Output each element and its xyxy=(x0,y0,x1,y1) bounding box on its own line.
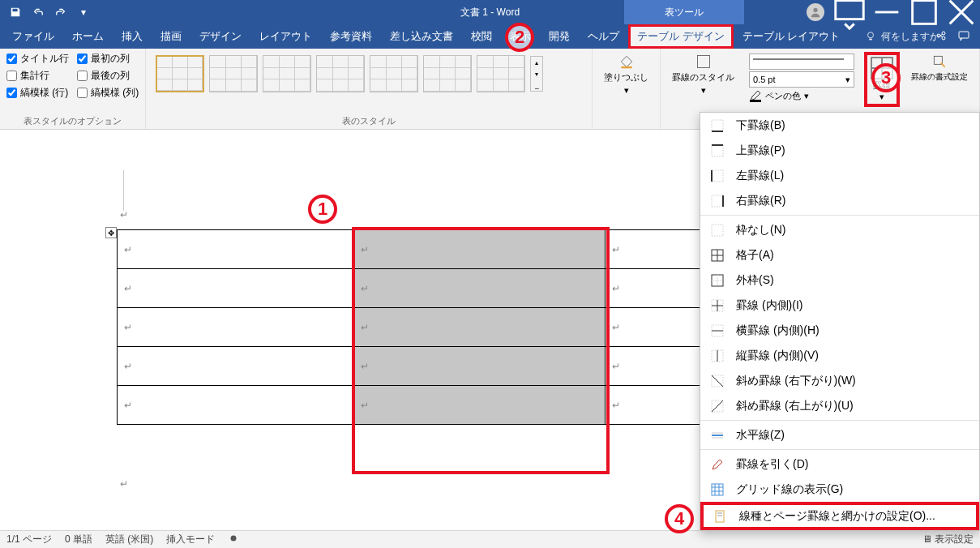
chk-banded-cols[interactable]: 縞模様 (列) xyxy=(77,86,139,100)
status-page[interactable]: 1/1 ページ xyxy=(6,533,52,546)
table-cell[interactable]: ↵ xyxy=(354,308,606,347)
tab-mailings[interactable]: 差し込み文書 xyxy=(381,24,462,49)
dd-border-bottom[interactable]: 下罫線(B) xyxy=(700,113,979,138)
minimize-button[interactable] xyxy=(868,0,905,24)
style-thumb-2[interactable] xyxy=(209,55,258,92)
qat-customize-icon[interactable]: ▾ xyxy=(73,2,94,23)
table-row[interactable]: ↵↵↵ xyxy=(118,386,751,425)
status-display-settings[interactable]: 🖥 表示設定 xyxy=(922,533,974,546)
dd-border-diag-up[interactable]: 斜め罫線 (右上がり)(U) xyxy=(700,393,979,418)
table-styles-gallery[interactable]: ▴▾⎯ xyxy=(152,52,585,96)
table-cell[interactable]: ↵ xyxy=(354,386,606,425)
comments-button[interactable] xyxy=(957,29,970,45)
tab-help[interactable]: ヘルプ xyxy=(579,24,628,49)
tab-design[interactable]: デザイン xyxy=(190,24,250,49)
dd-view-gridlines[interactable]: グリッド線の表示(G) xyxy=(700,477,979,502)
table-tool-text: 表ツール xyxy=(665,6,704,19)
share-button[interactable] xyxy=(935,29,948,45)
hline-icon xyxy=(710,428,725,443)
border-right-icon xyxy=(710,194,725,208)
dd-separator xyxy=(700,420,979,421)
style-thumb-7[interactable] xyxy=(477,55,525,92)
status-language[interactable]: 英語 (米国) xyxy=(105,533,153,546)
macro-record-icon[interactable] xyxy=(228,533,239,546)
dd-border-diag-down[interactable]: 斜め罫線 (右下がり)(W) xyxy=(700,368,979,393)
tab-table-design[interactable]: テーブル デザイン xyxy=(628,24,734,49)
tab-references[interactable]: 参考資料 xyxy=(321,24,381,49)
tab-draw[interactable]: 描画 xyxy=(152,24,190,49)
line-weight-select[interactable]: 0.5 pt▾ xyxy=(749,71,854,88)
status-words[interactable]: 0 単語 xyxy=(65,533,92,546)
tab-home[interactable]: ホーム xyxy=(63,24,113,49)
dd-border-none[interactable]: 枠なし(N) xyxy=(700,217,979,242)
svg-rect-6 xyxy=(621,66,631,69)
svg-rect-45 xyxy=(716,511,724,522)
dd-border-outside[interactable]: 外枠(S) xyxy=(700,268,979,293)
group-label-options: 表スタイルのオプション xyxy=(6,115,139,127)
close-button[interactable] xyxy=(943,0,980,24)
border-inside-v-icon xyxy=(710,349,725,363)
redo-button[interactable] xyxy=(50,2,71,23)
chk-last-col[interactable]: 最後の列 xyxy=(77,69,139,83)
chk-banded-rows[interactable]: 縞模様 (行) xyxy=(6,86,69,100)
tell-me-search[interactable]: 何をしますか xyxy=(865,30,939,44)
style-thumb-6[interactable] xyxy=(423,55,472,92)
table-row[interactable]: ↵↵↵ xyxy=(118,347,751,386)
lightbulb-icon xyxy=(865,31,876,42)
border-painter-button[interactable]: 罫線の書式設定 xyxy=(906,52,973,84)
table-cell[interactable]: ↵ xyxy=(118,230,354,269)
dd-horizontal-line[interactable]: 水平線(Z) xyxy=(700,422,979,447)
chk-first-col[interactable]: 最初の列 xyxy=(77,52,139,66)
style-thumb-3[interactable] xyxy=(263,55,311,92)
maximize-button[interactable] xyxy=(905,0,943,24)
table-cell[interactable]: ↵ xyxy=(118,386,354,425)
dd-borders-and-shading[interactable]: 線種とページ罫線と網かけの設定(O)... xyxy=(700,502,979,530)
table-move-handle[interactable]: ✥ xyxy=(105,227,117,238)
chevron-down-icon: ▾ xyxy=(701,85,706,96)
dd-border-all[interactable]: 格子(A) xyxy=(700,242,979,268)
svg-rect-15 xyxy=(712,170,723,182)
border-styles-button[interactable]: 罫線のスタイル ▾ xyxy=(667,52,739,97)
shading-button[interactable]: 塗りつぶし ▾ xyxy=(599,52,653,97)
tab-developer[interactable]: 開発 xyxy=(540,24,579,49)
tab-review[interactable]: 校閲 xyxy=(462,24,501,49)
title-text: 文書 1 - Word xyxy=(460,6,520,19)
dd-border-inside-v[interactable]: 縦罫線 (内側)(V) xyxy=(700,343,979,368)
group-shading: 塗りつぶし ▾ xyxy=(593,49,661,129)
status-insert-mode[interactable]: 挿入モード xyxy=(166,533,215,546)
chk-header-row[interactable]: タイトル行 xyxy=(6,52,69,66)
ribbon-options-button[interactable] xyxy=(831,0,868,24)
table-row[interactable]: ↵↵↵ xyxy=(118,308,751,347)
pen-color-button[interactable]: ペンの色 ▾ xyxy=(749,89,854,102)
tab-file[interactable]: ファイル xyxy=(3,24,63,49)
chk-total-row[interactable]: 集計行 xyxy=(6,69,69,83)
table-cell[interactable]: ↵ xyxy=(354,230,606,269)
table-row[interactable]: ↵↵↵ xyxy=(118,230,751,269)
svg-line-34 xyxy=(712,375,723,387)
table-cell[interactable]: ↵ xyxy=(354,347,606,386)
dd-border-top[interactable]: 上罫線(P) xyxy=(700,138,979,163)
style-thumb-4[interactable] xyxy=(316,55,365,92)
table-cell[interactable]: ↵ xyxy=(118,347,354,386)
table-cell[interactable]: ↵ xyxy=(118,269,354,308)
border-top-icon xyxy=(710,143,725,158)
gallery-expand-button[interactable]: ▴▾⎯ xyxy=(530,56,543,92)
dd-border-inside-h[interactable]: 横罫線 (内側)(H) xyxy=(700,318,979,343)
save-button[interactable] xyxy=(5,2,26,23)
table-cell[interactable]: ↵ xyxy=(118,308,354,347)
document-table[interactable]: ↵↵↵ ↵↵↵ ↵↵↵ ↵↵↵ ↵↵↵ xyxy=(117,229,751,425)
tab-layout[interactable]: レイアウト xyxy=(250,24,321,49)
style-thumb-1[interactable] xyxy=(156,55,204,92)
dd-border-inside[interactable]: 罫線 (内側)(I) xyxy=(700,293,979,318)
tab-insert[interactable]: 挿入 xyxy=(113,24,152,49)
dd-border-right[interactable]: 右罫線(R) xyxy=(700,188,979,213)
line-style-select[interactable] xyxy=(749,54,854,70)
table-row[interactable]: ↵↵↵ xyxy=(118,269,751,308)
style-thumb-5[interactable] xyxy=(370,55,418,92)
undo-button[interactable] xyxy=(28,2,49,23)
draw-border-icon xyxy=(710,457,725,472)
dd-border-left[interactable]: 左罫線(L) xyxy=(700,163,979,188)
dd-draw-border[interactable]: 罫線を引く(D) xyxy=(700,452,979,477)
table-cell[interactable]: ↵ xyxy=(354,269,606,308)
user-avatar[interactable] xyxy=(807,3,824,21)
